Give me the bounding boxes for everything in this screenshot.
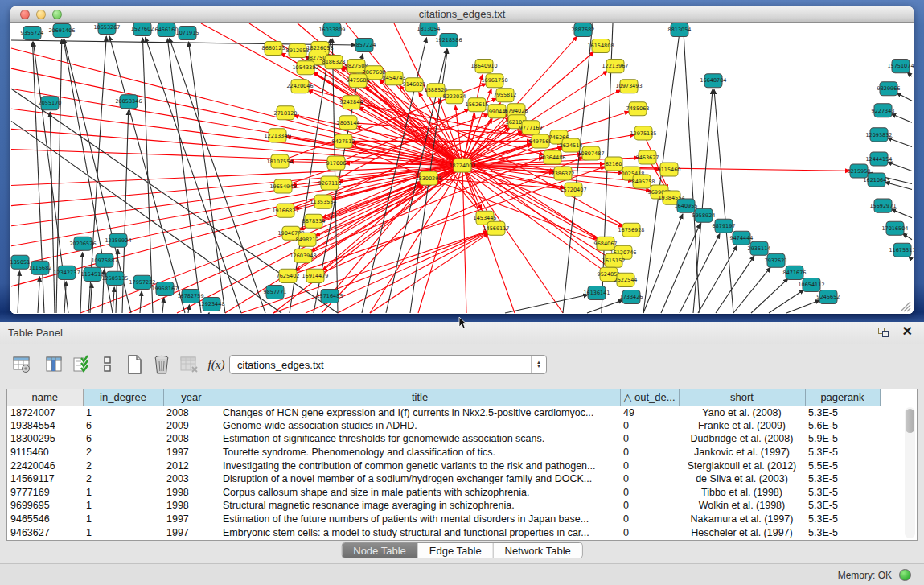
column-header[interactable]: title: [220, 389, 620, 406]
cytoscape-app: citations_edges.txt 93557242069140610653…: [0, 0, 924, 585]
table-row[interactable]: 1830029562008Estimation of significance …: [7, 432, 880, 446]
graph-node-label: 11353554: [310, 199, 336, 205]
graph-node-label: 16154808: [587, 43, 614, 49]
network-window-titlebar[interactable]: citations_edges.txt: [10, 6, 914, 23]
graph-node-label: 15716485: [316, 293, 343, 299]
graph-node-label: 18495758: [628, 179, 655, 185]
graph-node-label: 8427512: [332, 138, 355, 145]
graph-node-label: 6794028: [505, 107, 528, 113]
column-header[interactable]: pagerank: [805, 389, 880, 406]
graph-node-label: 20691406: [48, 27, 75, 34]
table-settings-icon[interactable]: [10, 352, 34, 377]
memory-status-icon[interactable]: [899, 569, 911, 581]
graph-node-label: 12213349: [264, 133, 290, 139]
table-row[interactable]: 1938455462009Genome-wide association stu…: [7, 419, 880, 433]
graph-node-label: 1154519: [81, 271, 105, 278]
table-scrollbar[interactable]: [905, 407, 915, 538]
graph-node-label: 9474444: [730, 235, 754, 241]
graph-node-label: 9329966: [877, 85, 901, 92]
graph-node-label: 9146821: [403, 81, 426, 88]
function-builder-icon[interactable]: f(x): [204, 352, 228, 377]
graph-node-label: 15692971: [869, 203, 896, 209]
graph-node-label: 16033809: [318, 27, 345, 33]
graph-node-label: 12093832: [865, 132, 892, 138]
table-row[interactable]: 977716911998Corpus callosum shape and si…: [7, 486, 880, 500]
graph-node-label: 20206526: [69, 241, 96, 247]
tab-node-table[interactable]: Node Table: [342, 543, 418, 558]
table-row[interactable]: 1872400712008Changes of HCN gene express…: [7, 406, 880, 419]
graph-node-label: 18226058: [306, 45, 333, 51]
graph-node-label: 12213967: [602, 63, 628, 69]
graph-node-label: 7485063: [626, 105, 650, 112]
graph-node-label: 10807487: [577, 150, 604, 157]
network-canvas[interactable]: 9355724206914061065326715276026466160107…: [10, 23, 914, 314]
column-header[interactable]: name: [7, 389, 83, 406]
column-header[interactable]: in_degree: [83, 389, 163, 406]
graph-node-label: 12923448: [198, 301, 224, 307]
row-height-icon[interactable]: [95, 352, 119, 377]
column-header[interactable]: short: [679, 389, 805, 406]
graph-node-label: 16756928: [618, 227, 644, 233]
graph-node-label: 3624514: [560, 142, 583, 149]
graph-node-label: 16782759: [177, 293, 203, 299]
dropdown-stepper-icon: ▲▼: [531, 356, 546, 373]
column-header[interactable]: △ out_de...: [620, 389, 679, 406]
tab-edge-table[interactable]: Edge Table: [418, 543, 494, 558]
graph-node-label: 8471676: [783, 270, 807, 276]
float-panel-icon[interactable]: [878, 325, 891, 338]
resize-grip[interactable]: [901, 302, 910, 311]
table-panel: Table Panel ✕: [0, 322, 924, 563]
graph-node-label: 1453445: [474, 215, 497, 221]
table-scrollbar-thumb[interactable]: [906, 409, 914, 433]
graph-node-label: 19958167: [151, 286, 178, 292]
graph-node-label: 917006: [326, 160, 347, 167]
graph-node-label: 8215958: [848, 168, 871, 175]
graph-node-label: 6879197: [713, 223, 736, 229]
graph-node-label: 9242844: [340, 99, 363, 105]
graph-node-label: 9355724: [21, 30, 44, 36]
delete-icon[interactable]: [150, 352, 174, 377]
graph-node-label: 18640910: [470, 63, 497, 69]
graph-node-label: 12444154: [865, 156, 892, 163]
graph-node-label: 17957222: [129, 279, 155, 286]
graph-node-label: 9857771: [264, 289, 287, 295]
table-row[interactable]: 1456911722003Disruption of a novel membe…: [7, 472, 880, 486]
table-row[interactable]: 969969511998Structural magnetic resonanc…: [7, 499, 880, 513]
graph-node-label: 2055170: [39, 100, 62, 106]
table-row[interactable]: 911546021997Tourette syndrome. Phenomeno…: [7, 446, 880, 459]
graph-node-label: 8186328: [322, 59, 346, 65]
network-canvas-wrap: 9355724206914061065326715276026466160107…: [10, 23, 914, 314]
select-rows-icon[interactable]: [69, 352, 93, 377]
graph-node-label: 18107554: [266, 159, 293, 165]
graph-node-label: 1562615: [466, 101, 489, 108]
graph-node-label: 19654948: [269, 183, 296, 190]
column-header[interactable]: year: [163, 389, 220, 406]
table-row[interactable]: 2242004622012Investigating the contribut…: [7, 459, 880, 472]
table-select-dropdown[interactable]: citations_edges.txt ▲▼: [229, 355, 547, 374]
table-row[interactable]: 946362711997Embryonic stem cells: a mode…: [7, 525, 880, 539]
graph-node-label: 8222034: [443, 93, 466, 100]
show-columns-icon[interactable]: [42, 352, 66, 377]
graph-node-label: 2935114: [748, 245, 771, 252]
graph-node-label: 5958924: [692, 212, 716, 219]
graph-node-label: 10543382: [292, 64, 318, 71]
graph-node-label: 16961758: [481, 77, 507, 84]
graph-node-label: 22420046: [286, 83, 313, 89]
graph-node-label: 11675311: [889, 247, 914, 253]
graph-node-label: 1527602: [131, 26, 154, 32]
graph-node-label: 1588520: [425, 87, 448, 93]
graph-node-label: 20053346: [115, 98, 142, 105]
graph-node-label: 2718120: [274, 110, 298, 117]
graph-node-label: 2887682: [572, 27, 595, 33]
graph-node-label: 7932621: [765, 257, 788, 264]
tab-network-table[interactable]: Network Table: [494, 543, 582, 558]
network-desktop: citations_edges.txt 93557242069140610653…: [0, 0, 924, 322]
graph-node-label: 10973493: [615, 83, 642, 89]
table-mode-tabs: Node TableEdge TableNetwork Table: [341, 542, 583, 558]
graph-node-label: 12342737: [53, 270, 80, 276]
new-table-icon[interactable]: [122, 352, 146, 377]
close-panel-icon[interactable]: ✕: [902, 325, 913, 338]
graph-node-label: 18300295: [415, 175, 441, 182]
table-row[interactable]: 946554611997Estimation of the future num…: [7, 513, 880, 526]
graph-node-label: 16648784: [700, 77, 726, 84]
